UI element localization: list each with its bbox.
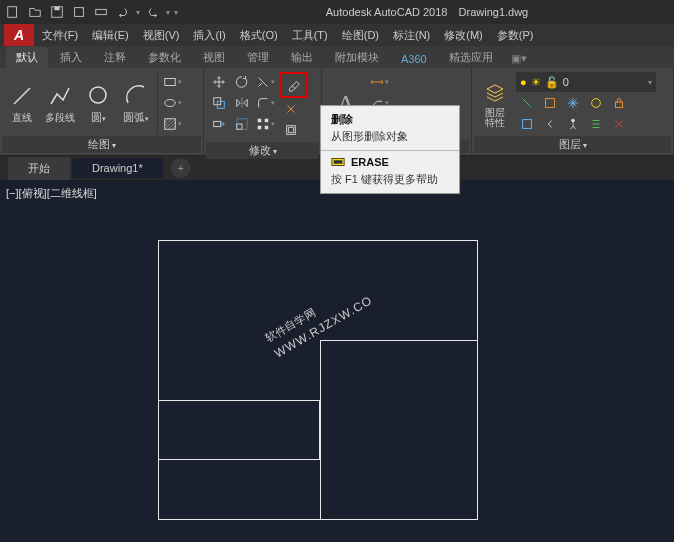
save-icon[interactable] xyxy=(48,3,66,21)
tab-start[interactable]: 开始 xyxy=(8,157,70,180)
add-tab-button[interactable]: + xyxy=(171,158,191,178)
tooltip-help: 按 F1 键获得更多帮助 xyxy=(331,172,449,187)
dimension-icon[interactable] xyxy=(368,72,390,92)
layer-match-icon[interactable] xyxy=(516,93,538,113)
arc-icon xyxy=(122,81,150,109)
circle-icon xyxy=(84,81,112,109)
tab-annotate[interactable]: 注释 xyxy=(94,47,136,68)
svg-rect-3 xyxy=(75,8,84,17)
menu-bar: A 文件(F) 编辑(E) 视图(V) 插入(I) 格式(O) 工具(T) 绘图… xyxy=(0,24,674,46)
lock-icon: 🔓 xyxy=(545,76,559,89)
menu-dimension[interactable]: 标注(N) xyxy=(387,26,436,45)
layer-walk-icon[interactable] xyxy=(562,114,584,134)
line-button[interactable]: 直线 xyxy=(4,72,40,134)
menu-insert[interactable]: 插入(I) xyxy=(187,26,231,45)
plot-icon[interactable] xyxy=(92,3,110,21)
panel-draw-label[interactable]: 绘图▾ xyxy=(2,136,201,153)
layer-dropdown[interactable]: ● ☀ 🔓 0 ▾ xyxy=(516,72,656,92)
svg-point-24 xyxy=(571,119,575,123)
viewport-label[interactable]: [−][俯视][二维线框] xyxy=(6,186,97,201)
offset-icon[interactable] xyxy=(280,120,302,140)
tab-parametric[interactable]: 参数化 xyxy=(138,47,191,68)
tab-view[interactable]: 视图 xyxy=(193,47,235,68)
panel-layers-label[interactable]: 图层▾ xyxy=(474,136,671,153)
move-icon[interactable] xyxy=(208,72,230,92)
app-logo-icon[interactable]: A xyxy=(4,24,34,46)
panel-modify: 修改▾ xyxy=(204,68,322,155)
tab-featured[interactable]: 精选应用 xyxy=(439,47,503,68)
menu-view[interactable]: 视图(V) xyxy=(137,26,186,45)
layer-state-icon[interactable] xyxy=(516,114,538,134)
scale-icon[interactable] xyxy=(231,114,253,134)
menu-draw[interactable]: 绘图(D) xyxy=(336,26,385,45)
open-icon[interactable] xyxy=(26,3,44,21)
tab-expand-icon[interactable]: ▣▾ xyxy=(505,49,533,68)
window-title: Autodesk AutoCAD 2018 Drawing1.dwg xyxy=(184,6,670,18)
drawing-content xyxy=(158,240,478,520)
svg-rect-26 xyxy=(334,160,343,164)
redo-dropdown-icon[interactable]: ▾ xyxy=(166,8,170,17)
ellipse-icon[interactable] xyxy=(161,93,183,113)
svg-rect-4 xyxy=(96,9,107,14)
polyline-icon xyxy=(46,82,74,110)
menu-modify[interactable]: 修改(M) xyxy=(438,26,489,45)
panel-draw: 直线 多段线 圆▾ 圆弧▾ 绘图▾ xyxy=(0,68,204,155)
trim-icon[interactable] xyxy=(254,72,276,92)
rect-right[interactable] xyxy=(320,340,478,520)
title-bar: ▾ ▾ ▾ Autodesk AutoCAD 2018 Drawing1.dwg xyxy=(0,0,674,24)
erase-button[interactable] xyxy=(283,75,305,95)
tooltip-command: ERASE xyxy=(351,156,389,168)
command-icon xyxy=(331,155,345,169)
polyline-button[interactable]: 多段线 xyxy=(42,72,78,134)
menu-file[interactable]: 文件(F) xyxy=(36,26,84,45)
svg-rect-12 xyxy=(214,121,221,126)
rectangle-icon[interactable] xyxy=(161,72,183,92)
layer-off-icon[interactable] xyxy=(585,93,607,113)
erase-highlight xyxy=(280,72,308,98)
tab-manage[interactable]: 管理 xyxy=(237,47,279,68)
menu-parametric[interactable]: 参数(P) xyxy=(491,26,540,45)
qat-customize-icon[interactable]: ▾ xyxy=(174,8,178,17)
panel-modify-label[interactable]: 修改▾ xyxy=(206,142,319,159)
layer-prev-icon[interactable] xyxy=(539,114,561,134)
app-name: Autodesk AutoCAD 2018 xyxy=(326,6,448,18)
rotate-icon[interactable] xyxy=(231,72,253,92)
arc-button[interactable]: 圆弧▾ xyxy=(118,72,154,134)
panel-layers: 图层 特性 ● ☀ 🔓 0 ▾ xyxy=(472,68,674,155)
tab-drawing1[interactable]: Drawing1* xyxy=(72,158,163,178)
svg-rect-18 xyxy=(264,126,268,130)
svg-rect-23 xyxy=(523,120,532,129)
saveas-icon[interactable] xyxy=(70,3,88,21)
new-icon[interactable] xyxy=(4,3,22,21)
layer-delete-icon[interactable] xyxy=(608,114,630,134)
array-icon[interactable] xyxy=(254,114,276,134)
menu-tools[interactable]: 工具(T) xyxy=(286,26,334,45)
layer-properties-button[interactable]: 图层 特性 xyxy=(476,72,514,134)
mirror-icon[interactable] xyxy=(231,93,253,113)
menu-edit[interactable]: 编辑(E) xyxy=(86,26,135,45)
svg-rect-16 xyxy=(264,119,268,123)
menu-format[interactable]: 格式(O) xyxy=(234,26,284,45)
undo-icon[interactable] xyxy=(114,3,132,21)
redo-icon[interactable] xyxy=(144,3,162,21)
lightbulb-icon: ● xyxy=(520,76,527,88)
hatch-icon[interactable] xyxy=(161,114,183,134)
undo-dropdown-icon[interactable]: ▾ xyxy=(136,8,140,17)
copy-icon[interactable] xyxy=(208,93,230,113)
circle-button[interactable]: 圆▾ xyxy=(80,72,116,134)
quick-access-toolbar: ▾ ▾ ▾ xyxy=(4,3,178,21)
tab-output[interactable]: 输出 xyxy=(281,47,323,68)
rect-left[interactable] xyxy=(158,400,320,460)
fillet-icon[interactable] xyxy=(254,93,276,113)
drawing-canvas[interactable]: [−][俯视][二维线框] 软件自学网 WWW.RJZXW.CO xyxy=(0,180,674,542)
tab-default[interactable]: 默认 xyxy=(6,47,48,68)
tab-insert[interactable]: 插入 xyxy=(50,47,92,68)
layer-freeze-icon[interactable] xyxy=(562,93,584,113)
layer-merge-icon[interactable] xyxy=(585,114,607,134)
layer-lock-icon[interactable] xyxy=(608,93,630,113)
tab-addins[interactable]: 附加模块 xyxy=(325,47,389,68)
stretch-icon[interactable] xyxy=(208,114,230,134)
layer-iso-icon[interactable] xyxy=(539,93,561,113)
explode-icon[interactable] xyxy=(280,99,302,119)
tab-a360[interactable]: A360 xyxy=(391,50,437,68)
